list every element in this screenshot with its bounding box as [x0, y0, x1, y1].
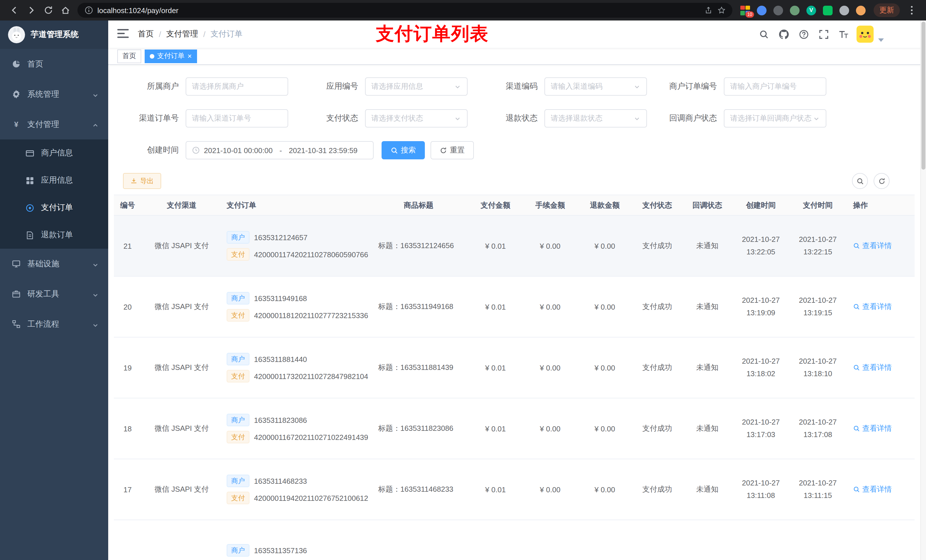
- tab-1[interactable]: 支付订单 ×: [145, 49, 197, 63]
- sidebar-item-5[interactable]: 工作流程: [0, 309, 108, 339]
- fullscreen-icon[interactable]: [819, 29, 829, 39]
- extensions-puzzle-icon[interactable]: 10: [740, 5, 750, 15]
- sidebar-item-3[interactable]: 基础设施: [0, 249, 108, 279]
- extensions-area: 10V: [740, 5, 865, 15]
- sidebar-subitem-3[interactable]: 退款订单: [0, 221, 108, 249]
- refresh-icon: [878, 177, 885, 185]
- scrollbar-thumb[interactable]: [921, 22, 925, 170]
- cell-action: 查看详情: [846, 459, 915, 520]
- reload-icon[interactable]: [41, 3, 56, 18]
- close-icon[interactable]: ×: [188, 52, 192, 60]
- cell-action: 查看详情: [846, 276, 915, 337]
- sidebar-item-2[interactable]: ¥ 支付管理: [0, 109, 108, 139]
- home-icon[interactable]: [58, 3, 73, 18]
- tool-search-icon[interactable]: [852, 173, 868, 189]
- tab-0[interactable]: 首页: [117, 49, 141, 63]
- sidebar-item-label: 首页: [27, 59, 99, 69]
- chrome-update-button[interactable]: 更新: [874, 3, 900, 17]
- cell-status: 支付成功: [632, 459, 682, 520]
- filter-merchant-input[interactable]: 请选择所属商户: [186, 77, 288, 96]
- search-button[interactable]: 搜索: [381, 141, 425, 159]
- search-icon[interactable]: [758, 29, 769, 39]
- wechat-devtools-icon[interactable]: [823, 5, 832, 15]
- font-size-icon[interactable]: [838, 29, 849, 39]
- cell-fee: ¥ 0.00: [523, 398, 578, 459]
- view-detail-link[interactable]: 查看详情: [853, 302, 892, 312]
- doc-icon: [25, 231, 34, 240]
- clock-icon: [192, 146, 200, 154]
- view-detail-link[interactable]: 查看详情: [853, 362, 892, 373]
- cell-action: 查看详情: [846, 216, 915, 276]
- user-caret-icon[interactable]: [878, 34, 885, 41]
- sidebar-subitem-2[interactable]: 支付订单: [0, 194, 108, 221]
- filter-merchant-order-no-input[interactable]: 请输入商户订单编号: [724, 77, 826, 96]
- drop-extension-icon[interactable]: [757, 5, 767, 15]
- profile-avatar-icon[interactable]: [856, 5, 865, 15]
- reset-button[interactable]: 重置: [431, 141, 474, 159]
- sidebar-item-0[interactable]: 首页: [0, 49, 108, 79]
- green-extension-icon[interactable]: [790, 5, 800, 15]
- breadcrumb-item[interactable]: 首页: [138, 29, 154, 39]
- create-time-range-input[interactable]: 2021-10-01 00:00:00 - 2021-10-31 23:59:5…: [186, 141, 374, 159]
- column-header: 编号: [114, 195, 141, 216]
- bookmark-star-icon[interactable]: [717, 6, 726, 15]
- cell-refund: ¥ 0.00: [578, 398, 632, 459]
- header-actions: [758, 26, 917, 43]
- tool-refresh-icon[interactable]: [874, 173, 890, 189]
- dark-extension-icon[interactable]: [773, 5, 783, 15]
- share-icon[interactable]: [704, 6, 713, 15]
- table-row-partial[interactable]: 商户1635311357136: [114, 520, 915, 560]
- user-avatar[interactable]: [856, 26, 874, 43]
- browser-chrome: localhost:1024/pay/order 10V 更新: [0, 0, 926, 21]
- table-row[interactable]: 19 微信 JSAPI 支付 商户1635311881440 支付4200001…: [114, 337, 915, 398]
- view-detail-link[interactable]: 查看详情: [853, 423, 892, 434]
- table-row[interactable]: 20 微信 JSAPI 支付 商户1635311949168 支付4200001…: [114, 276, 915, 337]
- sidebar-item-1[interactable]: 系统管理: [0, 79, 108, 109]
- cell-status: 支付成功: [632, 276, 682, 337]
- site-info-icon[interactable]: [84, 6, 93, 15]
- cell-create-time: 2021-10-2713:18:02: [732, 337, 789, 398]
- vue-devtools-icon[interactable]: V: [806, 5, 816, 15]
- column-header: 回调状态: [682, 195, 732, 216]
- filter-app-no-select[interactable]: 请选择应用信息: [365, 77, 468, 96]
- app-title: 芋道管理系统: [31, 30, 79, 40]
- breadcrumb-item[interactable]: 支付管理: [166, 29, 198, 39]
- filter-pay-status-select[interactable]: 请选择支付状态: [365, 109, 468, 127]
- filter-label: 创建时间: [123, 145, 186, 155]
- sidebar-item-4[interactable]: 研发工具: [0, 279, 108, 309]
- cell-refund: ¥ 0.00: [578, 216, 632, 276]
- cell-id: 19: [114, 337, 141, 398]
- cell-order: 商户1635311949168 支付4200001181202110277723…: [222, 276, 369, 337]
- magnifier-icon: [853, 486, 860, 493]
- cell-order: 商户1635312124657 支付4200001174202110278060…: [222, 216, 369, 276]
- sidebar-subitem-0[interactable]: 商户信息: [0, 139, 108, 167]
- view-detail-link[interactable]: 查看详情: [853, 241, 892, 251]
- filter-notify-status-select[interactable]: 请选择订单回调商户状态: [724, 109, 826, 127]
- cell-create-time: 2021-10-2713:17:03: [732, 398, 789, 459]
- placeholder-text: 请输入商户订单编号: [730, 82, 797, 92]
- grid-icon: [25, 176, 34, 185]
- export-button[interactable]: 导出: [123, 173, 161, 189]
- forward-icon[interactable]: [24, 3, 39, 18]
- filter-field-app-no: 应用编号 请选择应用信息: [303, 77, 482, 96]
- table-row[interactable]: 21 微信 JSAPI 支付 商户1635312124657 支付4200001…: [114, 216, 915, 276]
- scrollbar[interactable]: [920, 21, 926, 560]
- question-icon[interactable]: [799, 29, 809, 39]
- github-icon[interactable]: [779, 29, 789, 39]
- filter-channel-code-select[interactable]: 请输入渠道编码: [545, 77, 647, 96]
- browser-menu-icon[interactable]: [904, 3, 919, 18]
- table-row[interactable]: 18 微信 JSAPI 支付 商户1635311823086 支付4200001…: [114, 398, 915, 459]
- pay-order-no: 4200001173202110272847982104: [254, 372, 368, 380]
- app-logo: 芋道管理系统: [0, 21, 108, 49]
- view-detail-link[interactable]: 查看详情: [853, 484, 892, 495]
- filter-refund-status-select[interactable]: 请选择退款状态: [545, 109, 647, 127]
- url-text: localhost:1024/pay/order: [97, 6, 699, 15]
- hamburger-icon[interactable]: [117, 29, 129, 40]
- pin-extension-icon[interactable]: [840, 5, 849, 15]
- filter-field-refund-status: 退款状态 请选择退款状态: [482, 109, 661, 127]
- address-bar[interactable]: localhost:1024/pay/order: [77, 3, 732, 18]
- table-row[interactable]: 17 微信 JSAPI 支付 商户1635311468233 支付4200001…: [114, 459, 915, 520]
- filter-channel-order-no-input[interactable]: 请输入渠道订单号: [186, 109, 288, 127]
- sidebar-subitem-1[interactable]: 应用信息: [0, 167, 108, 194]
- back-icon[interactable]: [7, 3, 22, 18]
